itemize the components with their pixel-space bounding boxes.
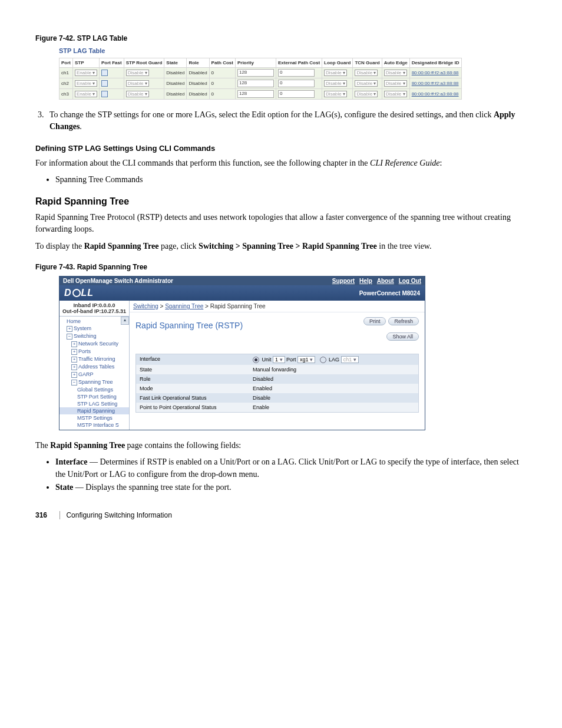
expand-icon[interactable]: + — [71, 357, 77, 363]
lag-dropdown[interactable]: ch1 — [341, 356, 359, 363]
cli-para: For information about the CLI commands t… — [35, 157, 527, 169]
sidebar-item[interactable]: MSTP Settings — [59, 414, 129, 421]
tcnguard-dropdown[interactable]: Disable — [355, 80, 378, 87]
extpath-input[interactable]: 0 — [278, 69, 315, 77]
lag-radio[interactable] — [320, 357, 326, 363]
collapse-icon[interactable]: − — [71, 380, 77, 386]
sidebar-item[interactable]: Global Settings — [59, 386, 129, 393]
topbar-link[interactable]: Help — [359, 278, 372, 284]
form-row: RoleDisabled — [136, 374, 418, 384]
collapse-icon[interactable]: − — [67, 334, 72, 340]
form-row-label: State — [136, 365, 249, 374]
brandbar: DLL PowerConnect M8024 — [59, 285, 425, 301]
cli-guide: CLI Reference Guide — [370, 159, 439, 167]
rootguard-dropdown[interactable]: Disable — [126, 91, 149, 97]
rstp-p2-mid: page, click — [158, 242, 199, 251]
expand-icon[interactable]: + — [71, 349, 77, 355]
sidebar-item[interactable]: +Ports — [59, 348, 129, 355]
sidebar: Inband IP:0.0.0.0 Out-of-band IP:10.27.5… — [59, 301, 130, 430]
rstp-para2: To display the Rapid Spanning Tree page,… — [35, 241, 527, 252]
designated-bridge-id[interactable]: 80:00:00:ff:f2:a3:88:88 — [412, 81, 459, 86]
main-inner: Print Refresh Show All Rapid Spanning Tr… — [130, 312, 425, 417]
expand-icon[interactable]: + — [71, 372, 77, 378]
unit-dropdown[interactable]: 1 — [273, 356, 285, 363]
portfast-checkbox[interactable] — [101, 70, 108, 76]
designated-bridge-id[interactable]: 80:00:00:ff:f2:a3:88:88 — [412, 91, 459, 97]
sidebar-item-label: Ports — [78, 348, 91, 354]
sidebar-item-label: Address Tables — [78, 364, 114, 370]
crumb-spanning-tree[interactable]: Spanning Tree — [165, 303, 203, 309]
stp-col-header: External Path Cost — [276, 58, 322, 68]
portfast-checkbox[interactable] — [101, 91, 108, 97]
stp-col-header: Port — [59, 58, 73, 68]
loopguard-dropdown[interactable]: Disable — [324, 91, 347, 97]
sidebar-item[interactable]: +System — [59, 325, 129, 332]
unitport-radio[interactable] — [253, 357, 259, 363]
rootguard-dropdown[interactable]: Disable — [126, 80, 149, 87]
figure-743-caption: Figure 7-43. Rapid Spanning Tree — [35, 263, 527, 271]
sidebar-item[interactable]: +GARP — [59, 371, 129, 378]
autoedge-dropdown[interactable]: Disable — [384, 70, 407, 76]
sidebar-item[interactable]: Rapid Spanning — [59, 407, 129, 414]
sidebar-item[interactable]: −Spanning Tree — [59, 378, 129, 386]
designated-bridge-id[interactable]: 80:00:00:ff:f2:a3:88:88 — [412, 70, 459, 75]
topbar-link[interactable]: Support — [332, 278, 355, 284]
crumb-sep1: > — [158, 303, 165, 309]
sidebar-item-label: GARP — [78, 371, 94, 377]
field-state: State — Displays the spanning tree state… — [55, 482, 527, 493]
tcnguard-dropdown[interactable]: Disable — [355, 70, 378, 76]
rootguard-dropdown[interactable]: Disable — [126, 70, 149, 76]
stp-dropdown[interactable]: Enable — [75, 70, 97, 76]
sidebar-item[interactable]: Home — [59, 318, 129, 325]
tcnguard-dropdown[interactable]: Disable — [355, 91, 378, 97]
topbar-link[interactable]: Log Out — [399, 278, 421, 284]
cli-bullets: Spanning Tree Commands — [55, 174, 527, 186]
sidebar-item[interactable]: +Traffic Mirroring — [59, 355, 129, 363]
print-button[interactable]: Print — [363, 317, 386, 325]
step-list: To change the STP settings for one or mo… — [46, 109, 527, 133]
form-row-value: Enable — [249, 403, 418, 412]
extpath-input[interactable]: 0 — [278, 90, 315, 98]
priority-input[interactable]: 128 — [237, 80, 274, 87]
form-row: Fast Link Operational StatusDisable — [136, 393, 418, 403]
sidebar-item[interactable]: STP LAG Setting — [59, 400, 129, 407]
form-row-value: Unit 1 Port xg1 LAG ch1 — [249, 354, 418, 365]
stp-dropdown[interactable]: Enable — [75, 80, 97, 87]
figure-742-container: STP LAG Table PortSTPPort FastSTP Root G… — [59, 47, 527, 100]
expand-icon[interactable]: + — [71, 364, 77, 370]
expand-icon[interactable]: + — [67, 326, 72, 332]
stp-col-header: Path Cost — [209, 58, 235, 68]
form-row-value: Enabled — [249, 384, 418, 393]
sidebar-item[interactable]: STP Port Setting — [59, 393, 129, 400]
sidebar-item-label: Switching — [74, 333, 97, 339]
portfast-checkbox[interactable] — [101, 80, 108, 87]
sidebar-item[interactable]: −Switching — [59, 332, 129, 340]
cli-para-text: For information about the CLI commands t… — [35, 159, 370, 167]
extpath-input[interactable]: 0 — [278, 80, 315, 87]
priority-input[interactable]: 128 — [237, 69, 274, 77]
step-3-text-b: . — [80, 122, 82, 131]
stp-lag-table: PortSTPPort FastSTP Root GuardStateRoleP… — [59, 58, 462, 100]
show-all-button[interactable]: Show All — [386, 332, 419, 341]
expand-icon[interactable]: + — [71, 341, 77, 347]
nav-tree[interactable]: ▴ Home+System−Switching+Network Security… — [59, 317, 129, 430]
step-3-text-a: To change the STP settings for one or mo… — [49, 110, 494, 119]
crumb-switching[interactable]: Switching — [133, 303, 158, 309]
fields-list: Interface — Determines if RSTP is enable… — [55, 456, 527, 493]
autoedge-dropdown[interactable]: Disable — [384, 91, 407, 97]
loopguard-dropdown[interactable]: Disable — [324, 80, 347, 87]
table-row: ch3EnableDisableDisabledDisabled01280Dis… — [59, 89, 462, 100]
autoedge-dropdown[interactable]: Disable — [384, 80, 407, 87]
rstp-p2-a: To display the — [35, 242, 84, 251]
rstp-form: Interface Unit 1 Port xg1 LAG ch1StateMa… — [135, 354, 419, 413]
refresh-button[interactable]: Refresh — [388, 317, 419, 325]
topbar-link[interactable]: About — [377, 278, 394, 284]
sidebar-item[interactable]: MSTP Interface S — [59, 421, 129, 429]
sidebar-item[interactable]: +Network Security — [59, 340, 129, 348]
form-row-label: Mode — [136, 384, 249, 393]
loopguard-dropdown[interactable]: Disable — [324, 70, 347, 76]
stp-dropdown[interactable]: Enable — [75, 91, 97, 97]
port-dropdown[interactable]: xg1 — [297, 356, 315, 363]
priority-input[interactable]: 128 — [237, 90, 274, 98]
sidebar-item[interactable]: +Address Tables — [59, 363, 129, 371]
